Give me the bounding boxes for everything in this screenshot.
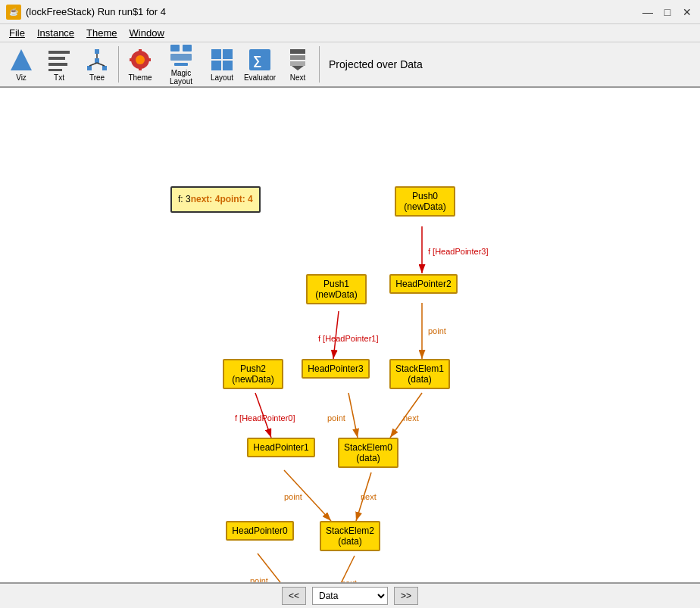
data-dropdown[interactable]: Data Instance Theme [312, 587, 388, 605]
svg-rect-5 [95, 49, 99, 54]
svg-text:next: next [361, 492, 377, 501]
svg-rect-16 [130, 58, 134, 61]
node-headpointer1[interactable]: HeadPointer1 [247, 438, 315, 457]
toolbar: Viz Txt Tree [0, 42, 700, 88]
graph-area: f: 3 next: 4 point: 4 f [HeadPointer3] p… [0, 88, 700, 582]
bottom-bar: << Data Instance Theme >> [0, 582, 700, 608]
svg-rect-7 [87, 66, 92, 70]
svg-text:f [HeadPointer3]: f [HeadPointer3] [428, 247, 489, 256]
toolbar-txt-label: Txt [54, 73, 64, 82]
svg-line-50 [258, 553, 299, 582]
svg-line-38 [333, 311, 339, 359]
node-stackelem0[interactable]: StackElem0(data) [338, 438, 398, 468]
toolbar-tree[interactable]: Tree [79, 45, 115, 84]
info-line-f: f: 3 [178, 192, 191, 207]
svg-line-40 [348, 393, 358, 438]
svg-rect-17 [146, 58, 151, 61]
menu-window[interactable]: Window [123, 26, 170, 40]
toolbar-layout-label: Layout [211, 73, 233, 82]
toolbar-next-label: Next [290, 73, 306, 82]
node-push0[interactable]: Push0(newData) [395, 186, 455, 217]
layout-icon [210, 48, 234, 72]
next-button[interactable]: >> [394, 587, 418, 605]
node-push2[interactable]: Push2(newData) [223, 359, 283, 389]
node-headpointer3[interactable]: HeadPointer3 [302, 359, 370, 379]
svg-text:point: point [428, 326, 446, 335]
toolbar-magic-layout-label: Magic Layout [161, 69, 201, 86]
viz-icon [9, 48, 33, 72]
graph-edges-svg: f [HeadPointer3] point f [HeadPointer1] … [0, 88, 700, 582]
txt-icon [47, 48, 71, 72]
toolbar-sep1 [118, 46, 119, 83]
svg-text:next: next [403, 413, 419, 422]
svg-rect-19 [183, 45, 192, 51]
toolbar-next[interactable]: Next [280, 45, 316, 84]
maximize-button[interactable]: □ [661, 5, 674, 19]
toolbar-magic-layout[interactable]: Magic Layout [160, 45, 202, 84]
menu-bar: File Instance Theme Window [0, 24, 700, 42]
svg-line-48 [356, 472, 371, 521]
svg-rect-15 [139, 66, 142, 70]
svg-point-13 [136, 55, 145, 64]
svg-text:next: next [341, 578, 357, 582]
menu-instance[interactable]: Instance [31, 26, 80, 40]
title-bar-controls: — □ ✕ [641, 5, 694, 19]
svg-text:point: point [327, 413, 345, 422]
node-headpointer2[interactable]: HeadPointer2 [389, 274, 458, 294]
svg-text:∑: ∑ [253, 54, 261, 67]
toolbar-theme[interactable]: Theme [122, 45, 158, 84]
prev-button[interactable]: << [282, 587, 306, 605]
svg-marker-0 [11, 49, 32, 70]
toolbar-evaluator[interactable]: ∑ Evaluator [242, 45, 278, 84]
svg-rect-14 [139, 49, 142, 54]
svg-rect-30 [290, 61, 305, 66]
svg-line-10 [89, 63, 97, 66]
node-stackelem2[interactable]: StackElem2(data) [320, 521, 380, 551]
svg-rect-25 [223, 61, 233, 70]
toolbar-theme-label: Theme [128, 73, 152, 82]
next-icon [286, 48, 310, 72]
svg-rect-2 [48, 57, 65, 60]
svg-rect-8 [102, 66, 107, 70]
toolbar-viz-label: Viz [16, 73, 27, 82]
svg-line-44 [255, 393, 271, 438]
toolbar-sep2 [319, 46, 320, 83]
toolbar-tree-label: Tree [89, 73, 105, 82]
svg-text:f [HeadPointer0]: f [HeadPointer0] [235, 413, 295, 422]
menu-file[interactable]: File [3, 26, 31, 40]
toolbar-viz[interactable]: Viz [3, 45, 39, 84]
info-box: f: 3 next: 4 point: 4 [170, 186, 261, 213]
svg-rect-24 [211, 61, 221, 70]
svg-rect-22 [211, 49, 221, 59]
close-button[interactable]: ✕ [680, 5, 694, 19]
toolbar-projection-title: Projected over Data [329, 58, 423, 70]
magic-layout-icon [169, 43, 193, 67]
node-stackelem1[interactable]: StackElem1(data) [389, 359, 450, 389]
tree-icon [85, 48, 109, 72]
svg-line-52 [330, 556, 355, 582]
svg-line-11 [97, 63, 105, 66]
toolbar-txt[interactable]: Txt [41, 45, 77, 84]
svg-rect-6 [95, 58, 99, 63]
svg-line-42 [390, 393, 422, 438]
theme-icon [128, 48, 152, 72]
svg-rect-21 [174, 63, 188, 66]
svg-rect-23 [223, 49, 233, 59]
svg-rect-4 [48, 69, 62, 71]
toolbar-evaluator-label: Evaluator [244, 73, 276, 82]
title-bar: ☕ (lockFreeStack) Run run$1 for 4 — □ ✕ [0, 0, 700, 24]
svg-rect-1 [48, 51, 70, 54]
minimize-button[interactable]: — [641, 5, 655, 19]
toolbar-layout[interactable]: Layout [204, 45, 240, 84]
svg-text:f [HeadPointer1]: f [HeadPointer1] [318, 334, 379, 343]
svg-rect-28 [290, 49, 305, 54]
evaluator-icon: ∑ [248, 48, 272, 72]
svg-rect-29 [290, 55, 305, 60]
app-icon: ☕ [6, 5, 21, 20]
node-headpointer0[interactable]: HeadPointer0 [226, 521, 294, 541]
node-push1[interactable]: Push1(newData) [306, 274, 367, 304]
svg-rect-18 [170, 45, 180, 51]
menu-theme[interactable]: Theme [80, 26, 123, 40]
svg-marker-31 [292, 66, 304, 70]
svg-rect-20 [170, 54, 192, 61]
